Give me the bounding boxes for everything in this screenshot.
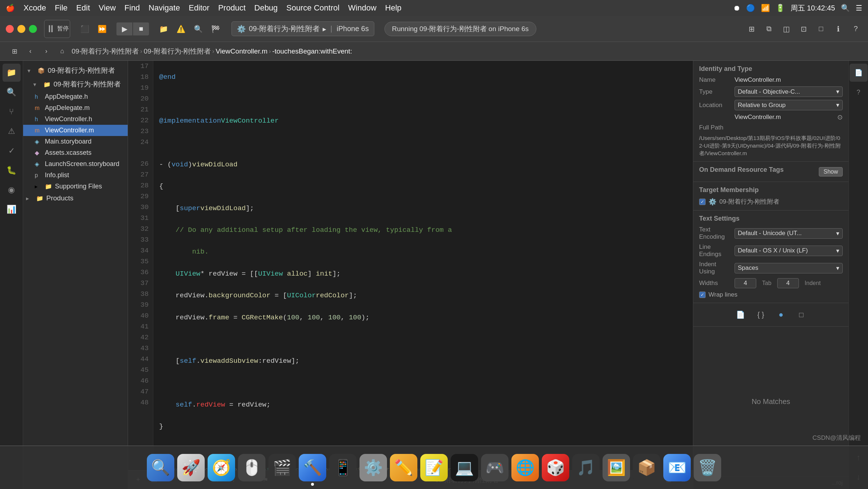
- sidebar-item-supporting-files[interactable]: ▸ 📁 Supporting Files: [23, 181, 128, 192]
- dock-xcode[interactable]: 🔨: [299, 454, 326, 481]
- search-mini-icon[interactable]: 🔍: [3, 83, 21, 101]
- folder-icon[interactable]: 📁: [156, 22, 171, 36]
- menu-file[interactable]: File: [55, 3, 67, 13]
- sidebar-item-viewcontroller-m[interactable]: m ViewController.m: [23, 125, 128, 136]
- home-icon[interactable]: ⌂: [55, 44, 69, 59]
- sidebar-item-appdelegate-m[interactable]: m AppDelegate.m: [23, 102, 128, 114]
- stop-button[interactable]: ■: [133, 22, 149, 35]
- grid-icon[interactable]: ⊞: [7, 44, 22, 59]
- braces-icon[interactable]: { }: [754, 307, 768, 322]
- pause-button[interactable]: ⏸ 暂停: [44, 20, 70, 38]
- code-editor[interactable]: 17 18 19 20 21 22 23 24 26 27 28 29 30 3…: [128, 61, 693, 489]
- menu-window[interactable]: Window: [348, 3, 376, 13]
- sidebar-item-main-storyboard[interactable]: ◈ Main.storyboard: [23, 136, 128, 147]
- sidebar-item-launch-storyboard[interactable]: ◈ LaunchScreen.storyboard: [23, 158, 128, 170]
- location-dropdown[interactable]: Relative to Group ▾: [735, 100, 843, 110]
- run-button[interactable]: ▶: [116, 22, 132, 35]
- file-inspector-icon[interactable]: 📄: [850, 64, 868, 82]
- inspector-icon[interactable]: ℹ: [832, 22, 845, 35]
- encoding-dropdown[interactable]: Default - Unicode (UT... ▾: [735, 228, 843, 239]
- layout-icon-3[interactable]: ◫: [780, 22, 793, 35]
- square-icon[interactable]: □: [794, 307, 809, 322]
- dock-browser[interactable]: 🌐: [511, 454, 539, 481]
- dock-iphone[interactable]: 📱: [329, 454, 357, 481]
- line-endings-dropdown[interactable]: Default - OS X / Unix (LF) ▾: [735, 246, 843, 256]
- indent-width-field[interactable]: 4: [777, 278, 799, 288]
- dock-cube[interactable]: 🎲: [542, 454, 569, 481]
- dock-game[interactable]: 🎮: [481, 454, 509, 481]
- layout-icon-2[interactable]: ⧉: [762, 22, 775, 35]
- show-button[interactable]: Show: [819, 167, 843, 177]
- circle-icon[interactable]: ●: [774, 307, 788, 322]
- layout-icon-1[interactable]: ⊞: [745, 22, 758, 35]
- breadcrumb-method[interactable]: -touchesBegan:withEvent:: [272, 47, 352, 55]
- reports-icon[interactable]: 📊: [3, 200, 21, 218]
- sidebar-subgroup[interactable]: ▾ 📁 09-附着行为-刚性附者: [23, 77, 128, 91]
- warning-icon[interactable]: ⚠️: [174, 22, 188, 36]
- dock-music[interactable]: 🎵: [572, 454, 600, 481]
- flag-icon[interactable]: 🏁: [208, 22, 223, 36]
- dock-terminal[interactable]: 💻: [451, 454, 478, 481]
- dock-safari[interactable]: 🧭: [208, 454, 235, 481]
- dock-launchpad[interactable]: 🚀: [177, 454, 205, 481]
- breadcrumb-project[interactable]: 09-附着行为-刚性附者: [72, 47, 139, 56]
- sidebar-project-group[interactable]: ▾ 📦 09-附着行为-刚性附者: [23, 64, 128, 77]
- indent-using-dropdown[interactable]: Spaces ▾: [735, 263, 843, 273]
- sidebar-products-group[interactable]: ▸ 📁 Products: [23, 192, 128, 204]
- scheme-selector[interactable]: ⚙️ 09-附着行为-刚性附者 ▸ | iPhone 6s: [231, 21, 374, 36]
- forward-icon[interactable]: ›: [39, 44, 54, 59]
- type-dropdown[interactable]: Default - Objective-C... ▾: [735, 86, 843, 97]
- tests-icon[interactable]: ✓: [3, 142, 21, 160]
- sidebar-toggle-icon[interactable]: ⬛: [77, 22, 92, 36]
- file-reveal-icon[interactable]: ⊙: [837, 113, 843, 121]
- wrap-lines-checkbox[interactable]: [699, 292, 706, 298]
- issues-icon[interactable]: ⚠: [3, 122, 21, 140]
- menu-find[interactable]: Find: [124, 3, 140, 13]
- breadcrumb-file[interactable]: ViewController.m: [216, 47, 267, 55]
- files-icon[interactable]: 📁: [3, 64, 21, 82]
- dock-sketch[interactable]: ✏️: [390, 454, 417, 481]
- help-inspector-icon[interactable]: ?: [850, 83, 868, 101]
- apple-menu[interactable]: 🍎: [6, 4, 15, 12]
- menu-debug[interactable]: Debug: [254, 3, 278, 13]
- tab-width-field[interactable]: 4: [735, 278, 756, 288]
- debug-mini-icon[interactable]: 🐛: [3, 161, 21, 179]
- breakpoints-icon[interactable]: ⏩: [95, 22, 109, 36]
- doc-icon[interactable]: 📄: [733, 307, 748, 322]
- help-icon[interactable]: ?: [849, 22, 862, 35]
- magnify-icon[interactable]: 🔍: [191, 22, 205, 36]
- sidebar-item-info-plist[interactable]: p Info.plist: [23, 170, 128, 181]
- back-icon[interactable]: ‹: [23, 44, 38, 59]
- menu-source-control[interactable]: Source Control: [286, 3, 340, 13]
- source-control-mini-icon[interactable]: ⑂: [3, 103, 21, 121]
- code-text[interactable]: @end @implementation ViewController - (v…: [153, 61, 693, 470]
- breadcrumb-group[interactable]: 09-附着行为-刚性附者: [144, 47, 211, 56]
- menu-edit[interactable]: Edit: [76, 3, 90, 13]
- layout-icon-4[interactable]: ⊡: [797, 22, 810, 35]
- dock-finder[interactable]: 🔍: [147, 454, 174, 481]
- menu-editor[interactable]: Editor: [189, 3, 209, 13]
- dock-trash[interactable]: 🗑️: [694, 454, 721, 481]
- dock-mouse[interactable]: 🖱️: [238, 454, 265, 481]
- dock-notes[interactable]: 📝: [420, 454, 448, 481]
- dock-photos[interactable]: 🖼️: [603, 454, 630, 481]
- breakpoints-mini-icon[interactable]: ◉: [3, 181, 21, 199]
- menu-help[interactable]: Help: [385, 3, 401, 13]
- menu-view[interactable]: View: [99, 3, 116, 13]
- maximize-button[interactable]: [29, 25, 37, 33]
- layout-icon-5[interactable]: □: [814, 22, 827, 35]
- sidebar-item-assets[interactable]: ◆ Assets.xcassets: [23, 147, 128, 158]
- menu-xcode[interactable]: Xcode: [24, 3, 46, 13]
- dock-prefs[interactable]: ⚙️: [359, 454, 387, 481]
- target-checkbox[interactable]: [699, 199, 706, 205]
- sidebar-item-viewcontroller-h[interactable]: h ViewController.h: [23, 114, 128, 125]
- sidebar-item-appdelegate-h[interactable]: h AppDelegate.h: [23, 91, 128, 102]
- menu-navigate[interactable]: Navigate: [149, 3, 180, 13]
- dock-package[interactable]: 📦: [633, 454, 660, 481]
- control-center-icon[interactable]: ☰: [856, 4, 862, 12]
- search-icon[interactable]: 🔍: [841, 4, 850, 12]
- dock-mail[interactable]: 📧: [663, 454, 691, 481]
- dock-video[interactable]: 🎬: [268, 454, 296, 481]
- close-button[interactable]: [6, 25, 14, 33]
- menu-product[interactable]: Product: [218, 3, 246, 13]
